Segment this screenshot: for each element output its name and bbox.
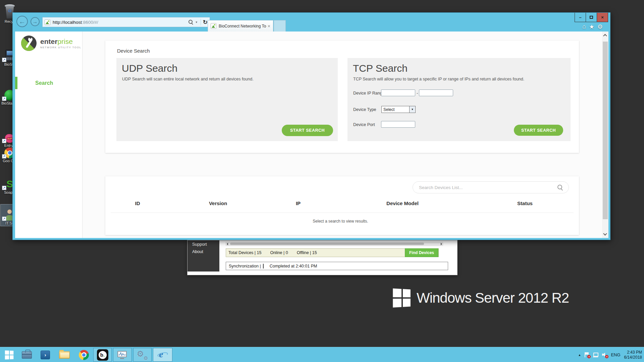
devices-search-box[interactable] [413, 181, 569, 193]
search-icon[interactable] [557, 184, 563, 190]
bioconnect-icon: b. [97, 349, 108, 361]
volume-muted-icon[interactable]: x [602, 352, 607, 357]
maximize-icon [590, 16, 593, 19]
network-icon[interactable] [593, 353, 598, 357]
forward-button[interactable]: → [31, 17, 40, 26]
browser-tab-bioconnect[interactable]: BioConnect Networking Tool × [208, 20, 273, 32]
page-title: Device Search [117, 48, 150, 54]
range-separator: - [417, 90, 418, 96]
menu-item-support[interactable]: Support [187, 240, 219, 248]
taskbar-file-explorer[interactable] [58, 348, 71, 362]
internet-explorer-icon: e [157, 350, 168, 360]
ip-range-start-input[interactable] [381, 89, 415, 96]
column-id: ID [135, 200, 140, 206]
udp-title: UDP Search [122, 63, 177, 74]
sync-value: Completed at 2:40:01 PM [270, 264, 317, 268]
system-tray: ▲ x x ENG 2:43 PM 6/14/2018 [578, 347, 642, 362]
vscrollbar-thumb[interactable] [603, 42, 608, 219]
select-caret-icon[interactable]: ▼ [409, 106, 415, 113]
scroll-up-icon[interactable] [603, 34, 607, 38]
taskbar-powershell[interactable]: › [39, 348, 52, 362]
url-text[interactable]: http://localhost:8600/#/ [53, 20, 186, 25]
hscrollbar-thumb[interactable] [230, 243, 424, 245]
close-button[interactable]: × [597, 13, 608, 22]
taskbar-chrome[interactable] [77, 348, 91, 362]
search-dropdown-caret-icon[interactable]: ▼ [195, 21, 198, 24]
server-manager-icon [22, 351, 32, 359]
device-type-label: Device Type [353, 107, 376, 112]
taskbar-server-manager[interactable] [20, 348, 34, 362]
tab-close-icon[interactable]: × [268, 24, 270, 28]
udp-description: UDP Search will scan entire local networ… [122, 77, 254, 81]
minimize-button[interactable]: – [575, 13, 586, 22]
tcp-start-search-button[interactable]: START SEARCH [514, 125, 563, 136]
new-tab-stub[interactable] [274, 20, 286, 32]
find-devices-button[interactable]: Find Devices [405, 248, 438, 257]
ip-range-row: Device IP Range - [353, 89, 567, 98]
column-status: Status [517, 200, 533, 206]
enterprise-logo: enterprise NETWORK UTILITY TOOL [21, 36, 81, 51]
taskbar-monitor-running[interactable] [113, 348, 132, 362]
address-bar[interactable]: http://localhost:8600/#/ ▼ ↻ [42, 17, 210, 27]
scroll-down-icon[interactable] [603, 232, 607, 235]
taskbar-bioconnect-running[interactable]: b. [93, 348, 112, 362]
table-divider [111, 213, 574, 213]
windows-logo-icon [393, 288, 411, 307]
back-arrow-icon: ← [19, 18, 25, 25]
sidebar-item-search[interactable]: Search [15, 77, 82, 89]
home-icon[interactable]: ⌂ [582, 23, 586, 31]
shortcut-arrow-icon: ↗ [2, 217, 6, 221]
refresh-icon[interactable]: ↻ [203, 19, 208, 26]
vertical-scrollbar[interactable] [602, 32, 608, 238]
search-icon[interactable] [189, 20, 193, 24]
action-center-flag-icon[interactable]: x [585, 352, 589, 357]
desktop: ♻ Recyc ↗ BioSta ↗ BioSta Co SUP ↗ Entry… [0, 0, 644, 362]
taskbar-clock[interactable]: 2:43 PM 6/14/2018 [624, 350, 642, 360]
total-devices-count: Total Devices | 15 [228, 250, 261, 255]
background-app-sidebar: Support About [187, 240, 219, 272]
column-version: Version [209, 200, 227, 206]
empty-results-message: Select a search to view results. [313, 219, 368, 224]
app-sidebar: enterprise NETWORK UTILITY TOOL Search [15, 32, 83, 238]
language-indicator[interactable]: ENG [611, 352, 620, 357]
ie-browser-window: ← → http://localhost:8600/#/ ▼ ↻ BioConn… [12, 12, 610, 240]
results-card: ID Version IP Device Model Status Select… [105, 176, 579, 235]
udp-start-search-button[interactable]: START SEARCH [282, 125, 333, 136]
column-device-model: Device Model [386, 200, 419, 206]
taskbar-ie-active[interactable]: e [153, 348, 172, 362]
scroll-right-icon[interactable] [441, 243, 442, 245]
favorites-star-icon[interactable]: ★ [589, 23, 594, 31]
shortcut-arrow-icon: ↗ [2, 58, 6, 62]
sync-status-box: Synchronization | Completed at 2:40:01 P… [226, 262, 448, 270]
shortcut-arrow-icon: ↗ [2, 154, 6, 159]
settings-gear-icon[interactable]: ⚙ [597, 23, 603, 31]
page-favicon-icon [45, 19, 50, 25]
taskbar-services-running[interactable]: ⚙ ⚙ [133, 348, 152, 362]
tray-time: 2:43 PM [624, 350, 642, 355]
device-type-select[interactable]: Select ▼ [381, 106, 416, 113]
tray-expand-icon[interactable]: ▲ [578, 353, 581, 357]
ip-range-end-input[interactable] [419, 89, 453, 96]
watermark-text: Windows Server 2012 R2 [417, 290, 569, 306]
forward-arrow-icon: → [33, 19, 38, 25]
back-button[interactable]: ← [16, 16, 28, 27]
menu-item-about[interactable]: About [187, 248, 219, 255]
browser-viewport: enterprise NETWORK UTILITY TOOL Search D… [15, 32, 608, 238]
start-button[interactable] [3, 348, 16, 362]
horizontal-scrollbar[interactable] [226, 242, 443, 246]
device-port-input[interactable] [381, 121, 415, 128]
online-count: Online | 0 [270, 250, 288, 255]
tab-title: BioConnect Networking Tool [219, 24, 266, 28]
sync-label: Synchronization | [229, 264, 264, 268]
shortcut-arrow-icon: ↗ [2, 97, 6, 101]
powershell-icon: › [41, 351, 50, 359]
maximize-button[interactable] [586, 13, 597, 22]
tcp-description: TCP Search will allow you to target a sp… [353, 77, 524, 81]
devices-search-input[interactable] [418, 185, 557, 190]
scroll-left-icon[interactable] [227, 243, 228, 245]
udp-search-panel: UDP Search UDP Search will scan entire l… [116, 58, 338, 141]
device-search-card: Device Search UDP Search UDP Search will… [105, 41, 579, 153]
column-ip: IP [296, 200, 301, 206]
ip-range-label: Device IP Range [353, 91, 385, 96]
brand-name: enterprise [40, 38, 81, 45]
